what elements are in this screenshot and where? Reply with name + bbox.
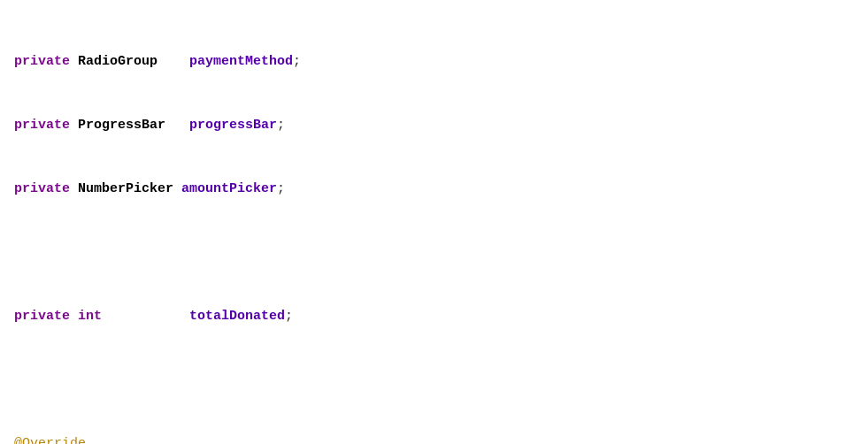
keyword-private-4: private	[14, 309, 70, 324]
spacing	[102, 309, 189, 324]
spacing	[165, 118, 189, 133]
var-progressbar: progressBar	[189, 118, 277, 133]
semicolon: ;	[285, 309, 293, 324]
spacing	[157, 54, 189, 69]
var-totaldonated: totalDonated	[189, 309, 285, 324]
semicolon: ;	[277, 181, 285, 196]
code-line-6	[14, 370, 854, 391]
type-radiogroup: RadioGroup	[78, 54, 157, 69]
annotation-override: @Override	[14, 436, 86, 444]
semicolon: ;	[277, 118, 285, 133]
code-line-1: private RadioGroup paymentMethod;	[14, 51, 854, 73]
var-paymentmethod: paymentMethod	[189, 54, 293, 69]
type-progressbar: ProgressBar	[78, 118, 165, 133]
code-line-2: private ProgressBar progressBar;	[14, 115, 854, 136]
code-line-7: @Override	[14, 433, 854, 444]
keyword-private-3: private	[14, 181, 70, 196]
keyword-private-1: private	[14, 54, 70, 69]
spacing	[173, 181, 181, 196]
type-numberpicker: NumberPicker	[78, 181, 173, 196]
var-amountpicker: amountPicker	[181, 181, 277, 196]
code-line-3: private NumberPicker amountPicker;	[14, 179, 854, 200]
code-line-5: private int totalDonated;	[14, 306, 854, 327]
code-editor: private RadioGroup paymentMethod; privat…	[14, 9, 854, 444]
keyword-private-2: private	[14, 118, 70, 133]
keyword-int: int	[78, 309, 102, 324]
code-line-4	[14, 242, 854, 264]
semicolon: ;	[293, 54, 301, 69]
